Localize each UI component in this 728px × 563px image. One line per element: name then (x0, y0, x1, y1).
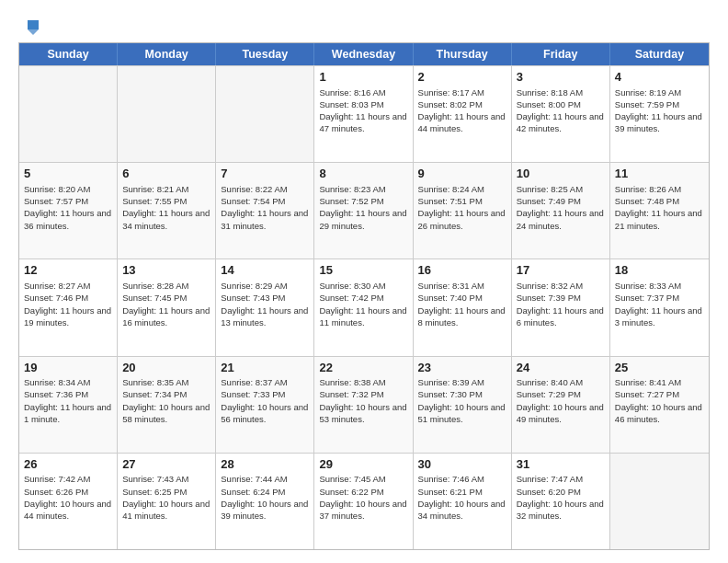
logo (18, 17, 40, 37)
svg-marker-0 (28, 20, 39, 29)
calendar-cell-6: 6Sunrise: 8:21 AM Sunset: 7:55 PM Daylig… (118, 163, 216, 259)
day-number: 23 (418, 360, 506, 376)
day-number: 9 (418, 166, 506, 182)
calendar-cell-22: 22Sunrise: 8:38 AM Sunset: 7:32 PM Dayli… (314, 357, 413, 453)
day-info: Sunrise: 8:16 AM Sunset: 8:03 PM Dayligh… (319, 86, 407, 135)
calendar-cell-1: 1Sunrise: 8:16 AM Sunset: 8:03 PM Daylig… (314, 66, 413, 162)
day-number: 4 (615, 69, 704, 86)
calendar-cell-20: 20Sunrise: 8:35 AM Sunset: 7:34 PM Dayli… (118, 357, 216, 453)
day-number: 15 (319, 262, 407, 279)
day-number: 2 (418, 69, 506, 86)
day-info: Sunrise: 8:22 AM Sunset: 7:54 PM Dayligh… (221, 183, 309, 232)
day-number: 11 (615, 166, 704, 182)
calendar-cell-30: 30Sunrise: 7:46 AM Sunset: 6:21 PM Dayli… (414, 454, 512, 549)
day-info: Sunrise: 8:40 AM Sunset: 7:29 PM Dayligh… (517, 376, 605, 425)
day-info: Sunrise: 8:26 AM Sunset: 7:48 PM Dayligh… (615, 183, 704, 232)
day-info: Sunrise: 8:17 AM Sunset: 8:02 PM Dayligh… (418, 86, 506, 135)
header-day-wednesday: Wednesday (314, 43, 413, 65)
day-info: Sunrise: 8:31 AM Sunset: 7:40 PM Dayligh… (418, 280, 506, 328)
calendar-cell-17: 17Sunrise: 8:32 AM Sunset: 7:39 PM Dayli… (512, 259, 610, 355)
day-number: 13 (122, 262, 210, 279)
calendar-row-4: 19Sunrise: 8:34 AM Sunset: 7:36 PM Dayli… (19, 356, 709, 453)
day-info: Sunrise: 8:34 AM Sunset: 7:36 PM Dayligh… (24, 376, 112, 425)
calendar-cell-15: 15Sunrise: 8:30 AM Sunset: 7:42 PM Dayli… (314, 259, 413, 355)
calendar-cell-7: 7Sunrise: 8:22 AM Sunset: 7:54 PM Daylig… (216, 163, 314, 259)
day-info: Sunrise: 8:27 AM Sunset: 7:46 PM Dayligh… (24, 280, 112, 328)
day-number: 17 (517, 262, 605, 279)
calendar-cell-21: 21Sunrise: 8:37 AM Sunset: 7:33 PM Dayli… (216, 357, 314, 453)
calendar-cell-5: 5Sunrise: 8:20 AM Sunset: 7:57 PM Daylig… (19, 163, 118, 259)
calendar-cell-28: 28Sunrise: 7:44 AM Sunset: 6:24 PM Dayli… (216, 454, 314, 549)
day-info: Sunrise: 8:41 AM Sunset: 7:27 PM Dayligh… (615, 376, 704, 425)
day-number: 24 (517, 360, 605, 376)
day-number: 21 (221, 360, 309, 376)
calendar-header: SundayMondayTuesdayWednesdayThursdayFrid… (19, 43, 709, 65)
day-info: Sunrise: 8:30 AM Sunset: 7:42 PM Dayligh… (319, 280, 407, 328)
day-info: Sunrise: 7:46 AM Sunset: 6:21 PM Dayligh… (418, 473, 506, 522)
header-day-friday: Friday (512, 43, 610, 65)
day-number: 29 (319, 456, 407, 473)
calendar-cell-12: 12Sunrise: 8:27 AM Sunset: 7:46 PM Dayli… (19, 259, 118, 355)
calendar-row-3: 12Sunrise: 8:27 AM Sunset: 7:46 PM Dayli… (19, 259, 709, 355)
calendar-cell-25: 25Sunrise: 8:41 AM Sunset: 7:27 PM Dayli… (610, 357, 709, 453)
day-info: Sunrise: 7:45 AM Sunset: 6:22 PM Dayligh… (319, 473, 407, 522)
calendar-page: SundayMondayTuesdayWednesdayThursdayFrid… (0, 0, 728, 563)
day-info: Sunrise: 7:47 AM Sunset: 6:20 PM Dayligh… (517, 473, 605, 522)
calendar-cell-31: 31Sunrise: 7:47 AM Sunset: 6:20 PM Dayli… (512, 454, 610, 549)
day-number: 20 (122, 360, 210, 376)
calendar-cell-8: 8Sunrise: 8:23 AM Sunset: 7:52 PM Daylig… (314, 163, 413, 259)
day-info: Sunrise: 8:35 AM Sunset: 7:34 PM Dayligh… (122, 376, 210, 425)
day-number: 14 (221, 262, 309, 279)
day-info: Sunrise: 7:42 AM Sunset: 6:26 PM Dayligh… (24, 473, 112, 522)
day-number: 28 (221, 456, 309, 473)
day-number: 26 (24, 456, 112, 473)
calendar-cell-29: 29Sunrise: 7:45 AM Sunset: 6:22 PM Dayli… (314, 454, 413, 549)
day-number: 8 (319, 166, 407, 182)
day-info: Sunrise: 8:18 AM Sunset: 8:00 PM Dayligh… (517, 86, 605, 135)
day-number: 18 (615, 262, 704, 279)
day-info: Sunrise: 8:19 AM Sunset: 7:59 PM Dayligh… (615, 86, 704, 135)
day-number: 10 (517, 166, 605, 182)
day-info: Sunrise: 7:43 AM Sunset: 6:25 PM Dayligh… (122, 473, 210, 522)
day-info: Sunrise: 8:37 AM Sunset: 7:33 PM Dayligh… (221, 376, 309, 425)
day-number: 3 (517, 69, 605, 86)
calendar-cell-23: 23Sunrise: 8:39 AM Sunset: 7:30 PM Dayli… (414, 357, 512, 453)
header-day-thursday: Thursday (414, 43, 512, 65)
calendar-row-2: 5Sunrise: 8:20 AM Sunset: 7:57 PM Daylig… (19, 162, 709, 259)
calendar-cell-2: 2Sunrise: 8:17 AM Sunset: 8:02 PM Daylig… (414, 66, 512, 162)
calendar-cell-27: 27Sunrise: 7:43 AM Sunset: 6:25 PM Dayli… (118, 454, 216, 549)
calendar-cell-16: 16Sunrise: 8:31 AM Sunset: 7:40 PM Dayli… (414, 259, 512, 355)
calendar-cell-14: 14Sunrise: 8:29 AM Sunset: 7:43 PM Dayli… (216, 259, 314, 355)
calendar-cell-9: 9Sunrise: 8:24 AM Sunset: 7:51 PM Daylig… (414, 163, 512, 259)
calendar-row-5: 26Sunrise: 7:42 AM Sunset: 6:26 PM Dayli… (19, 453, 709, 549)
calendar-cell-26: 26Sunrise: 7:42 AM Sunset: 6:26 PM Dayli… (19, 454, 118, 549)
calendar-cell-4: 4Sunrise: 8:19 AM Sunset: 7:59 PM Daylig… (610, 66, 709, 162)
calendar-cell-empty (216, 66, 314, 162)
header-day-sunday: Sunday (19, 43, 118, 65)
day-number: 19 (24, 360, 112, 376)
day-number: 22 (319, 360, 407, 376)
logo-icon (20, 17, 40, 37)
header-day-monday: Monday (118, 43, 216, 65)
svg-marker-1 (28, 29, 39, 35)
calendar: SundayMondayTuesdayWednesdayThursdayFrid… (18, 42, 710, 550)
calendar-body: 1Sunrise: 8:16 AM Sunset: 8:03 PM Daylig… (19, 65, 709, 549)
calendar-row-1: 1Sunrise: 8:16 AM Sunset: 8:03 PM Daylig… (19, 65, 709, 162)
day-number: 6 (122, 166, 210, 182)
calendar-cell-empty (610, 454, 709, 549)
calendar-cell-3: 3Sunrise: 8:18 AM Sunset: 8:00 PM Daylig… (512, 66, 610, 162)
header (18, 17, 710, 37)
calendar-cell-13: 13Sunrise: 8:28 AM Sunset: 7:45 PM Dayli… (118, 259, 216, 355)
day-info: Sunrise: 8:29 AM Sunset: 7:43 PM Dayligh… (221, 280, 309, 328)
day-number: 27 (122, 456, 210, 473)
day-info: Sunrise: 7:44 AM Sunset: 6:24 PM Dayligh… (221, 473, 309, 522)
calendar-cell-19: 19Sunrise: 8:34 AM Sunset: 7:36 PM Dayli… (19, 357, 118, 453)
day-number: 25 (615, 360, 704, 376)
day-number: 30 (418, 456, 506, 473)
calendar-cell-empty (118, 66, 216, 162)
day-number: 1 (319, 69, 407, 86)
day-number: 12 (24, 262, 112, 279)
day-info: Sunrise: 8:38 AM Sunset: 7:32 PM Dayligh… (319, 376, 407, 425)
day-number: 31 (517, 456, 605, 473)
day-info: Sunrise: 8:20 AM Sunset: 7:57 PM Dayligh… (24, 183, 112, 232)
